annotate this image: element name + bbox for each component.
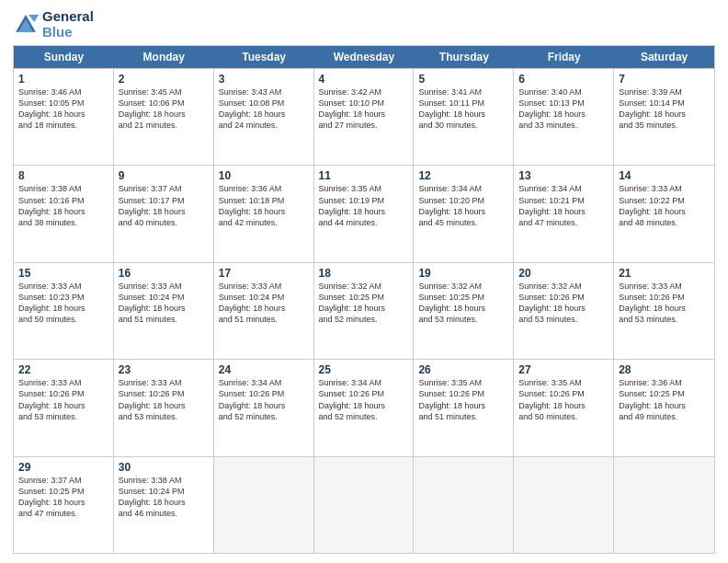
day-number: 11 [319,169,409,182]
day-cell-14: 14Sunrise: 3:33 AMSunset: 10:22 PMDaylig… [614,166,714,261]
calendar-body: 1Sunrise: 3:46 AMSunset: 10:05 PMDayligh… [14,68,714,553]
svg-marker-2 [28,15,39,22]
day-cell-10: 10Sunrise: 3:36 AMSunset: 10:18 PMDaylig… [214,166,314,261]
day-info: Sunrise: 3:33 AMSunset: 10:24 PMDaylight… [119,281,209,326]
day-cell-7: 7Sunrise: 3:39 AMSunset: 10:14 PMDayligh… [614,69,714,165]
day-number: 16 [119,267,209,280]
empty-cell [614,457,714,553]
day-info: Sunrise: 3:34 AMSunset: 10:20 PMDaylight… [418,183,508,228]
empty-cell [514,457,614,553]
day-cell-2: 2Sunrise: 3:45 AMSunset: 10:06 PMDayligh… [114,69,214,165]
day-info: Sunrise: 3:39 AMSunset: 10:14 PMDaylight… [619,86,710,132]
day-cell-24: 24Sunrise: 3:34 AMSunset: 10:26 PMDaylig… [214,360,314,455]
day-number: 4 [319,73,409,86]
day-cell-30: 30Sunrise: 3:38 AMSunset: 10:24 PMDaylig… [114,457,214,553]
day-info: Sunrise: 3:35 AMSunset: 10:26 PMDaylight… [518,377,609,422]
day-number: 15 [18,267,108,280]
day-info: Sunrise: 3:34 AMSunset: 10:21 PMDaylight… [518,183,609,228]
day-info: Sunrise: 3:38 AMSunset: 10:16 PMDaylight… [18,183,108,228]
day-cell-26: 26Sunrise: 3:35 AMSunset: 10:26 PMDaylig… [414,360,514,455]
day-number: 24 [219,363,309,376]
day-cell-1: 1Sunrise: 3:46 AMSunset: 10:05 PMDayligh… [14,69,114,165]
day-of-week-thursday: Thursday [414,46,514,68]
calendar: SundayMondayTuesdayWednesdayThursdayFrid… [13,45,715,554]
empty-cell [214,457,314,553]
day-of-week-tuesday: Tuesday [214,46,314,68]
header: General Blue [13,9,715,40]
day-info: Sunrise: 3:43 AMSunset: 10:08 PMDaylight… [219,86,309,132]
day-info: Sunrise: 3:42 AMSunset: 10:10 PMDaylight… [319,86,409,132]
day-cell-11: 11Sunrise: 3:35 AMSunset: 10:19 PMDaylig… [314,166,415,261]
day-number: 9 [119,169,209,182]
day-info: Sunrise: 3:34 AMSunset: 10:26 PMDaylight… [219,377,309,422]
day-number: 8 [18,169,108,182]
day-cell-16: 16Sunrise: 3:33 AMSunset: 10:24 PMDaylig… [114,263,214,359]
day-number: 22 [18,363,108,376]
day-info: Sunrise: 3:32 AMSunset: 10:25 PMDaylight… [319,281,409,326]
day-info: Sunrise: 3:34 AMSunset: 10:26 PMDaylight… [319,377,409,422]
day-info: Sunrise: 3:37 AMSunset: 10:25 PMDaylight… [18,475,108,520]
day-number: 27 [518,363,609,376]
day-cell-9: 9Sunrise: 3:37 AMSunset: 10:17 PMDayligh… [114,166,214,261]
day-cell-3: 3Sunrise: 3:43 AMSunset: 10:08 PMDayligh… [214,69,314,165]
day-cell-5: 5Sunrise: 3:41 AMSunset: 10:11 PMDayligh… [414,69,514,165]
day-of-week-friday: Friday [514,46,614,68]
day-cell-6: 6Sunrise: 3:40 AMSunset: 10:13 PMDayligh… [514,69,614,165]
day-number: 30 [119,461,209,474]
day-info: Sunrise: 3:33 AMSunset: 10:23 PMDaylight… [18,281,108,326]
day-number: 10 [219,169,309,182]
day-info: Sunrise: 3:32 AMSunset: 10:26 PMDaylight… [518,281,609,326]
day-cell-13: 13Sunrise: 3:34 AMSunset: 10:21 PMDaylig… [514,166,614,261]
day-cell-4: 4Sunrise: 3:42 AMSunset: 10:10 PMDayligh… [314,69,415,165]
day-number: 28 [619,363,710,376]
day-info: Sunrise: 3:37 AMSunset: 10:17 PMDaylight… [119,183,209,228]
day-number: 5 [418,73,508,86]
day-info: Sunrise: 3:32 AMSunset: 10:25 PMDaylight… [418,281,508,326]
day-info: Sunrise: 3:46 AMSunset: 10:05 PMDaylight… [18,86,108,132]
day-info: Sunrise: 3:35 AMSunset: 10:26 PMDaylight… [418,377,508,422]
day-info: Sunrise: 3:35 AMSunset: 10:19 PMDaylight… [319,183,409,228]
day-cell-17: 17Sunrise: 3:33 AMSunset: 10:24 PMDaylig… [214,263,314,359]
calendar-week-1: 1Sunrise: 3:46 AMSunset: 10:05 PMDayligh… [14,68,714,165]
day-cell-28: 28Sunrise: 3:36 AMSunset: 10:25 PMDaylig… [614,360,714,455]
day-info: Sunrise: 3:40 AMSunset: 10:13 PMDaylight… [518,86,609,132]
day-number: 25 [319,363,409,376]
day-cell-12: 12Sunrise: 3:34 AMSunset: 10:20 PMDaylig… [414,166,514,261]
day-number: 12 [418,169,508,182]
day-number: 29 [18,461,108,474]
day-cell-21: 21Sunrise: 3:33 AMSunset: 10:26 PMDaylig… [614,263,714,359]
day-of-week-sunday: Sunday [14,46,114,68]
day-number: 23 [119,363,209,376]
logo: General Blue [13,9,94,40]
day-of-week-wednesday: Wednesday [314,46,415,68]
day-info: Sunrise: 3:33 AMSunset: 10:24 PMDaylight… [219,281,309,326]
day-cell-18: 18Sunrise: 3:32 AMSunset: 10:25 PMDaylig… [314,263,415,359]
day-number: 6 [518,73,609,86]
day-number: 20 [518,267,609,280]
day-number: 1 [18,73,108,86]
logo-icon [13,12,39,38]
day-cell-27: 27Sunrise: 3:35 AMSunset: 10:26 PMDaylig… [514,360,614,455]
day-number: 13 [518,169,609,182]
day-number: 19 [418,267,508,280]
day-number: 21 [619,267,710,280]
calendar-week-3: 15Sunrise: 3:33 AMSunset: 10:23 PMDaylig… [14,262,714,359]
day-cell-23: 23Sunrise: 3:33 AMSunset: 10:26 PMDaylig… [114,360,214,455]
day-number: 3 [219,73,309,86]
day-of-week-saturday: Saturday [614,46,714,68]
day-number: 2 [119,73,209,86]
calendar-week-4: 22Sunrise: 3:33 AMSunset: 10:26 PMDaylig… [14,359,714,455]
day-cell-22: 22Sunrise: 3:33 AMSunset: 10:26 PMDaylig… [14,360,114,455]
day-cell-15: 15Sunrise: 3:33 AMSunset: 10:23 PMDaylig… [14,263,114,359]
day-info: Sunrise: 3:36 AMSunset: 10:25 PMDaylight… [619,377,710,422]
day-info: Sunrise: 3:38 AMSunset: 10:24 PMDaylight… [119,475,209,520]
calendar-week-5: 29Sunrise: 3:37 AMSunset: 10:25 PMDaylig… [14,456,714,553]
logo-text: General Blue [42,9,94,40]
day-cell-19: 19Sunrise: 3:32 AMSunset: 10:25 PMDaylig… [414,263,514,359]
day-info: Sunrise: 3:33 AMSunset: 10:26 PMDaylight… [119,377,209,422]
calendar-week-2: 8Sunrise: 3:38 AMSunset: 10:16 PMDayligh… [14,165,714,261]
day-info: Sunrise: 3:33 AMSunset: 10:26 PMDaylight… [619,281,710,326]
day-number: 7 [619,73,710,86]
day-info: Sunrise: 3:41 AMSunset: 10:11 PMDaylight… [418,86,508,132]
page: General Blue SundayMondayTuesdayWednesda… [0,0,728,563]
